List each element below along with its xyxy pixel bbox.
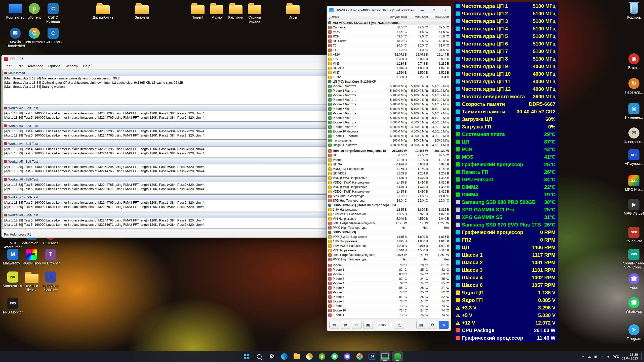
desktop-shortcut-power[interactable]: ◉Выкл... (622, 53, 644, 70)
desktop-shortcut-tor[interactable]: TTor Browser (39, 248, 62, 265)
sensor-row[interactable]: P-core 076 °C28 °C81 °C (327, 263, 451, 267)
language-indicator[interactable]: РУС (613, 355, 619, 358)
sensor-row[interactable]: VIN71.520 В1.520 В1.522 В (327, 70, 451, 75)
sensor-row[interactable]: P-core 6 Частота5,100.0 МГц5,100.0 МГц5,… (327, 111, 451, 116)
sensor-row[interactable]: P-core 4 Частота5,100.0 МГц5,100.0 МГц5,… (327, 102, 451, 107)
taskbar-prime95-icon[interactable] (392, 351, 403, 361)
sensor-row[interactable]: E-core 8 Частота4,000.0 МГц4,000.0 МГц4,… (327, 120, 451, 125)
desktop-shortcut-fps[interactable]: FPSFPS Monitor (1, 297, 24, 314)
taskbar-settings-icon[interactable]: ⚙ (266, 351, 277, 361)
menu-item-test[interactable]: Test (3, 64, 14, 69)
sensor-row[interactable]: ЦП86.5 °C29.5 °C87.5 °C (327, 153, 451, 158)
sensor-group-header[interactable]: DDR5 DIMM [#3] (327, 230, 451, 235)
sensor-row[interactable]: T030.0 °C30.0 °C31.0 °C (327, 43, 451, 48)
sensor-row[interactable]: 1.0V VOUT Напряжение1.005 В0.975 В1.020 … (327, 244, 451, 248)
sensor-row[interactable]: P-core 382 °C24 °C85 °C (327, 277, 451, 281)
sensor-row[interactable]: +3.3V3.300 В3.296 В3.304 В (327, 75, 451, 79)
menu-item-help[interactable]: Help (80, 64, 93, 69)
sensor-row[interactable]: T131.0 °C31.0 °C31.5 °C (327, 48, 451, 52)
column-header-3[interactable]: Минимум (409, 15, 430, 19)
sensor-row[interactable]: PCH43.0 °C43.0 °C45.0 °C (327, 34, 451, 39)
sensor-row[interactable]: VIN31.234 В0.748 В1.236 В (327, 61, 451, 66)
sensor-row[interactable]: E-core 11 Частота4,000.0 МГц4,000.0 МГц4… (327, 134, 451, 138)
sensor-row[interactable]: Total Потребляемая мощность0.875 W0.750 … (327, 253, 451, 257)
hwinfo-maximize-button[interactable]: □ (428, 6, 439, 14)
menu-item-advanced[interactable]: Advanced (25, 64, 46, 69)
taskbar-chrome-icon[interactable] (354, 351, 365, 361)
sensor-row[interactable]: P-core 0 Частота5,100.0 МГц5,100.0 МГц5,… (327, 84, 451, 88)
sensor-row[interactable]: Полная потребляемая мощность ЦП260.859 W… (327, 149, 451, 153)
desktop-shortcut-svp[interactable]: SVPSVP 4 Pro (622, 226, 644, 243)
sensor-row[interactable]: P-core 5 Частота5,100.0 МГц5,100.0 МГц5,… (327, 107, 451, 111)
toolbar-monitor-settings-icon[interactable]: ▣ (363, 321, 373, 329)
sensor-row[interactable]: VPP (SWC) Напряжение1.815 В1.800 В1.815 … (327, 235, 451, 239)
sensor-row[interactable]: P-core 2 Частота5,100.0 МГц5,100.0 МГц5,… (327, 93, 451, 98)
sensor-row[interactable]: SPD Hub Температура21.8 °C21.5 °C21.8 °C (327, 194, 451, 198)
sensor-group-header[interactable]: MSI MPG Z690 EDGE WIFI (MS-7D31) (Nuvoto… (327, 21, 451, 25)
desktop-shortcut-v321[interactable]: 321MPG Иго... (622, 175, 644, 192)
sensor-row[interactable]: E-core 9 Частота4,000.0 МГц4,000.0 МГц4,… (327, 125, 451, 129)
column-header-1[interactable]: Датчик (327, 15, 388, 19)
tray-hidden-icons-chevron-icon[interactable]: ^ (581, 355, 585, 358)
sensor-row[interactable]: E-core 1173 °C24 °C74 °C (327, 313, 451, 317)
toolbar-close-sensors-button[interactable]: × (439, 321, 449, 329)
taskbar-explorer-icon[interactable] (292, 351, 302, 361)
sensor-row[interactable]: VDD (SWB) Напряжение1.470 В1.470 В1.485 … (327, 185, 451, 189)
sensor-row[interactable]: 1.0V VOUT Напряжение1.005 В0.975 В1.020 … (327, 212, 451, 216)
toolbar-clock-icon[interactable]: ◷ (395, 321, 404, 329)
desktop-shortcut-folder[interactable]: Игры (281, 3, 304, 19)
menu-item-options[interactable]: Options (46, 64, 63, 69)
hwinfo-titlebar[interactable]: HWiNFO64 v7.26-4800 Sensor Status [1 val… (327, 6, 451, 14)
sensor-group-header[interactable]: DDR5 DIMM [#1] (BANK 0/Контроллер1-DIM..… (327, 203, 451, 207)
sensor-row[interactable]: SPD Hub Температура19.0 °C19.0 °C19.3 °C (327, 198, 451, 203)
sensor-table[interactable]: MSI MPG Z690 EDGE WIFI (MS-7D31) (Nuvoto… (327, 21, 451, 319)
desktop-shortcut-folder[interactable]: Дистрибутив (91, 3, 114, 19)
sensor-row[interactable]: E-core 10 Частота4,000.0 МГц4,000.0 МГц4… (327, 129, 451, 134)
desktop-shortcut-internet[interactable]: ◎Интернет... (622, 103, 644, 119)
sensor-row[interactable]: Система30.0 °C29.5 °C32.5 °C (327, 25, 451, 30)
sensor-row[interactable]: 1.8V Напряжение1.815 В1.800 В1.815 В (327, 239, 451, 244)
sensor-row[interactable]: VDDQ (SWA) Напряжение1.425 В1.410 В1.425… (327, 180, 451, 185)
sensor-row[interactable]: MOS41.5 °C31.5 °C41.5 °C (327, 30, 451, 34)
toolbar-nav-arrows-blue-icon[interactable]: ⇄ (341, 321, 350, 329)
sensor-row[interactable]: PMIC High ТемператураНетНетНет (327, 257, 451, 262)
tray-volume-icon[interactable]: ◄ (606, 355, 610, 358)
sensor-row[interactable]: ЦП SA0.926 В0.908 В0.926 В (327, 162, 451, 167)
sensor-row[interactable]: VDD (SWA) Напряжение1.470 В1.470 В1.485 … (327, 176, 451, 180)
toolbar-screenshot-icon[interactable]: ▭ (352, 321, 361, 329)
desktop-shortcut-folder[interactable]: Загрузки (130, 3, 153, 19)
sensor-row[interactable]: ЦП Socket48.0 °C30.5 °C48.0 °C (327, 39, 451, 43)
desktop-shortcut-sbis[interactable]: ССБИС Розница (42, 3, 65, 23)
sensor-row[interactable]: P-core 781 °C25 °C82 °C (327, 295, 451, 299)
toolbar-report-icon[interactable]: ▤ (416, 321, 426, 329)
desktop-shortcut-vpn[interactable]: VPNCleanPC Free VPN Conn... (622, 248, 644, 269)
sensor-row[interactable]: VIN Напряжение5.040 В4.550 В5.110 В (327, 248, 451, 253)
taskbar-whatsapp-icon[interactable]: ☎ (329, 351, 340, 361)
sensor-row[interactable]: P-core 479 °C24 °C85 °C (327, 281, 451, 286)
sensor-row[interactable]: Ring/LLC Частота3,600.0 МГц3,600.0 МГц4,… (327, 143, 451, 147)
desktop-shortcut-email[interactable]: ✉Электронн... (622, 127, 644, 144)
sensor-row[interactable]: ЦП AUX1.816 В1.800 В1.820 В (327, 66, 451, 70)
column-header-2[interactable]: актуальный (388, 15, 409, 19)
desktop-shortcut-viber[interactable]: ☎Viber (622, 273, 644, 290)
sensor-row[interactable]: P-core 1 Частота5,100.0 МГц5,100.0 МГц5,… (327, 88, 451, 93)
column-header-4[interactable]: Максимум (430, 15, 451, 19)
taskbar-cent-browser-icon[interactable] (304, 351, 315, 361)
sensor-row[interactable]: Vcore1.186 В0.730 В1.188 В (327, 158, 451, 162)
sensor-row[interactable]: VDDQ (SWB) Напряжение1.425 В1.410 В1.425… (327, 189, 451, 194)
tray-network-icon[interactable]: ≈ (600, 355, 604, 358)
desktop-shortcut-mpg[interactable]: ▶MPG ИВ.vs4 (622, 199, 644, 215)
sensor-row[interactable]: VIN Напряжение5.040 В4.550 В5.040 В (327, 216, 451, 221)
sensor-row[interactable]: VDDQ TX Напряжение1.160 В1.160 В1.160 В (327, 167, 451, 171)
menu-item-edit[interactable]: Edit (14, 64, 25, 69)
sensor-row[interactable]: 1.8V Напряжение1.815 В1.800 В1.815 В (327, 207, 451, 212)
desktop-shortcut-whatsapp[interactable]: ☎WhatsApp (622, 297, 644, 313)
sensor-row[interactable]: P-core 283 °C24 °C83 °C (327, 272, 451, 277)
tray-cloud-icon[interactable]: ☁ (587, 355, 591, 358)
hwinfo-close-button[interactable]: × (439, 6, 451, 14)
sensor-row[interactable]: E-core 873 °C24 °C74 °C (327, 299, 451, 304)
hwinfo-minimize-button[interactable]: — (416, 6, 428, 14)
desktop-shortcut-bin[interactable]: Корзина (622, 3, 644, 19)
desktop-shortcut-sbis[interactable]: ССБИС Плагин (42, 27, 65, 44)
menu-item-window[interactable]: Window (63, 64, 80, 69)
